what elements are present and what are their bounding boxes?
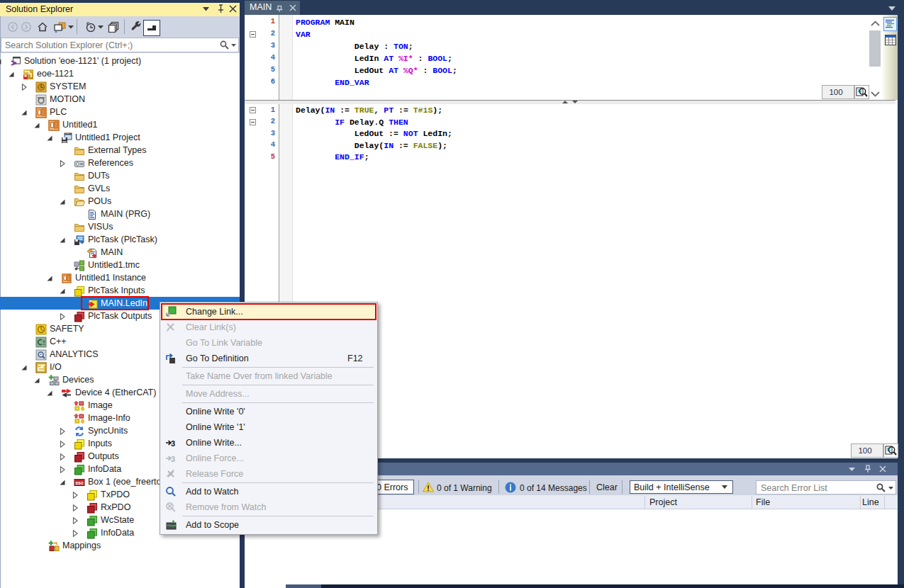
svg-text:ssc: ssc	[75, 480, 84, 485]
svg-text:3: 3	[171, 439, 175, 448]
svg-text:3: 3	[171, 455, 175, 463]
